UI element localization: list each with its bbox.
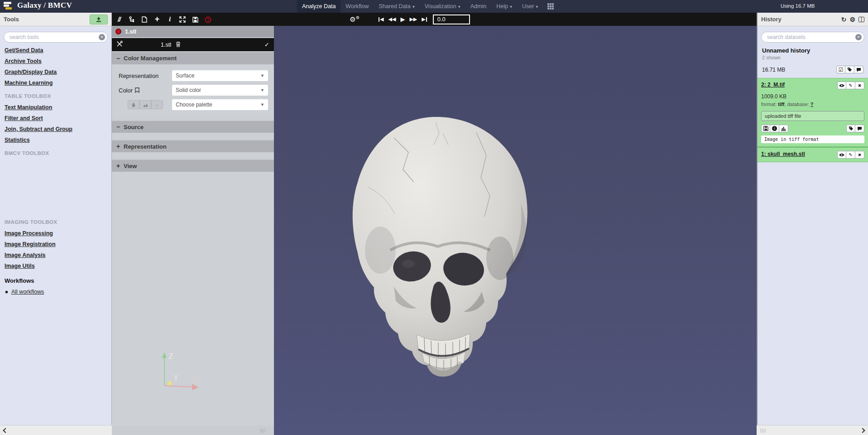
tool-section-statistics[interactable]: Statistics (5, 137, 30, 143)
save-download-icon[interactable] (761, 125, 770, 132)
resize-fullscreen-icon[interactable] (177, 16, 188, 23)
refresh-history-icon[interactable] (841, 16, 847, 23)
dataset-card-2[interactable]: 2: 2_M.tif 1009.0 KB format: tiff, datab… (758, 78, 868, 147)
source-visibility-dot-icon[interactable] (115, 29, 121, 34)
color-drop-icon[interactable] (128, 100, 139, 109)
representation-select[interactable]: Surface▼ (172, 70, 268, 81)
histogram-range-icon[interactable] (139, 100, 151, 109)
pipeline-tree-icon[interactable] (126, 16, 137, 23)
bookmark-icon[interactable] (135, 87, 139, 93)
eye-display-icon[interactable] (837, 151, 846, 159)
annotation-comment-icon[interactable] (854, 66, 863, 73)
dataset-card-1[interactable]: 1: skull_mesh.stl (758, 147, 868, 162)
color-management-fields: Representation Surface▼ Color Solid colo… (112, 64, 274, 120)
select-items-checkbox-icon[interactable] (836, 66, 845, 73)
dataset-title-link[interactable]: 1: skull_mesh.stl (761, 151, 805, 157)
skip-to-end-icon[interactable]: ▶ (422, 16, 427, 22)
clear-search-icon[interactable]: × (99, 34, 105, 40)
menu-workflow[interactable]: Workflow (340, 0, 374, 13)
menu-shared-data[interactable]: Shared Data (374, 0, 420, 13)
rescale-range-icon[interactable]: ↔ (151, 100, 163, 109)
active-source-name: 1.stl (161, 42, 171, 48)
apply-check-icon[interactable]: ✓ (264, 41, 269, 48)
history-title: History (761, 16, 782, 23)
dataset-title-link[interactable]: 2: 2_M.tif (761, 82, 785, 88)
settings-gears-icon[interactable]: ⚙⚙ (349, 15, 360, 24)
info-icon[interactable]: i (770, 125, 779, 132)
menu-help[interactable]: Help (491, 0, 517, 13)
history-size: 16.71 MB (762, 67, 785, 73)
tool-section-text-manipulation[interactable]: Text Manipulation (5, 104, 52, 111)
collapse-left-panel-icon[interactable] (3, 428, 8, 433)
x-delete-icon[interactable] (855, 151, 864, 159)
pipeline-source-row[interactable]: 1.stl (112, 26, 274, 38)
menu-user[interactable]: User (517, 0, 543, 13)
section-view[interactable]: + View (112, 159, 274, 172)
resize-grip-icon[interactable]: |||| (760, 428, 766, 433)
timer-reset-icon[interactable] (202, 15, 213, 23)
tool-section-archive-tools[interactable]: Archive Tools (5, 58, 42, 64)
dataset-search-input[interactable] (761, 32, 864, 43)
tool-section-image-registration[interactable]: Image Registration (5, 241, 56, 247)
history-name[interactable]: Unnamed history (762, 47, 863, 54)
history-options-gear-icon[interactable] (849, 16, 855, 23)
pencil-edit-icon[interactable] (846, 82, 855, 89)
resize-grip-icon[interactable]: |||| (260, 428, 266, 433)
tools-title: Tools (4, 16, 19, 23)
dataset-format-line: format: tiff, database: ? (761, 102, 864, 107)
rewind-icon[interactable]: ◀◀ (388, 16, 396, 22)
tool-section-image-analysis[interactable]: Image Analysis (5, 252, 46, 258)
tags-icon[interactable] (845, 66, 854, 73)
section-representation[interactable]: + Representation (112, 139, 274, 152)
all-workflows-item[interactable]: All workflows (5, 289, 111, 295)
database-link[interactable]: ? (810, 102, 814, 107)
tool-section-get-send-data[interactable]: Get/Send Data (5, 47, 43, 53)
tool-search-input[interactable] (4, 32, 108, 43)
axis-x-label: X (194, 377, 198, 385)
information-icon[interactable]: i (164, 15, 175, 23)
time-value-input[interactable] (433, 14, 470, 24)
render-viewport[interactable] (274, 26, 757, 435)
file-icon[interactable] (139, 16, 150, 23)
choose-palette-select[interactable]: Choose palette▼ (172, 99, 268, 110)
tags-icon[interactable] (846, 125, 855, 132)
dataset-peek: Image in tiff format (761, 135, 864, 143)
tools-wrench-icon[interactable] (116, 41, 123, 49)
tool-section-filter-and-sort[interactable]: Filter and Sort (5, 115, 43, 121)
chart-visualize-icon[interactable] (779, 125, 788, 132)
orientation-axes-widget: Z X Y (158, 350, 203, 392)
tool-section-machine-learning[interactable]: Machine Learning (5, 80, 53, 86)
delete-source-trash-icon[interactable] (176, 41, 181, 49)
menu-visualization[interactable]: Visualization (420, 0, 465, 13)
play-icon[interactable]: ▶ (400, 16, 405, 23)
add-source-icon[interactable]: + (152, 14, 163, 24)
pencil-edit-icon[interactable] (846, 151, 855, 159)
menu-admin[interactable]: Admin (465, 0, 491, 13)
source-name: 1.stl (125, 29, 136, 35)
active-source-row[interactable]: 1.stl ✓ (112, 38, 274, 51)
annotation-comment-icon[interactable] (855, 125, 864, 132)
fast-forward-icon[interactable]: ▶▶ (409, 16, 417, 22)
menu-analyze-data[interactable]: Analyze Data (297, 0, 340, 13)
collapse-right-panel-icon[interactable] (860, 428, 865, 433)
tool-section-image-processing[interactable]: Image Processing (5, 230, 53, 237)
empty-toolbox-space (5, 161, 111, 212)
collapse-minus-icon: − (116, 123, 124, 130)
edit-strokes-icon[interactable]: // (114, 16, 125, 23)
color-mode-select[interactable]: Solid color▼ (172, 85, 268, 96)
save-state-icon[interactable] (190, 16, 201, 23)
webhooks-grid-icon[interactable] (547, 3, 554, 10)
clear-search-icon[interactable]: × (855, 34, 862, 40)
x-delete-icon[interactable] (855, 82, 864, 89)
quota-usage[interactable]: Using 16.7 MB (781, 3, 815, 9)
tool-section-graph-display-data[interactable]: Graph/Display Data (5, 69, 57, 75)
upload-data-button[interactable] (90, 14, 108, 24)
section-source[interactable]: − Source (112, 120, 274, 133)
skip-to-start-icon[interactable]: ◀ (378, 16, 384, 22)
galaxy-logo-brand[interactable]: Galaxy / BMCV (4, 1, 72, 10)
section-color-management[interactable]: − Color Management (112, 51, 274, 64)
eye-display-icon[interactable] (837, 82, 846, 89)
tool-section-image-utils[interactable]: Image Utils (5, 263, 35, 269)
tool-section-join-subtract-group[interactable]: Join, Subtract and Group (5, 126, 72, 132)
multi-history-columns-icon[interactable] (858, 17, 864, 22)
